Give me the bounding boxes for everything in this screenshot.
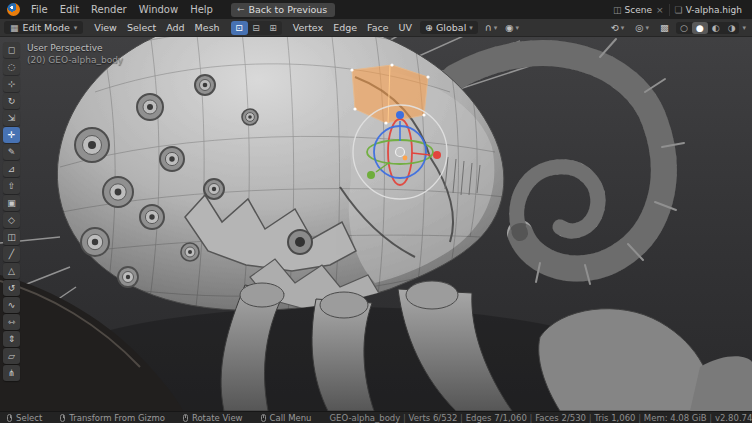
shading-mode-shading-rendered[interactable]: ◑ — [724, 22, 740, 34]
3d-viewport[interactable]: User Perspective (20) GEO-alpha_body — [0, 37, 752, 411]
magnet-icon: ∩ — [485, 22, 492, 33]
tool-rip-region[interactable]: ⋔ — [3, 365, 20, 381]
mode-label: Edit Mode — [23, 22, 70, 33]
scene-stat: Mem: 4.08 GiB — [636, 413, 707, 423]
tool-bevel[interactable]: ◇ — [3, 212, 20, 228]
tool-shrink-fatten[interactable]: ⇕ — [3, 331, 20, 347]
topbar-menu[interactable]: Render — [85, 3, 133, 16]
topbar-menu[interactable]: Help — [184, 3, 219, 16]
view-layer-name: V-alpha.high — [686, 5, 742, 15]
gizmo-z-handle[interactable] — [396, 111, 404, 119]
scene-stat: Edges 7/1,060 — [457, 413, 526, 423]
scene-selector[interactable]: ◫ Scene × — [608, 5, 669, 15]
select-mode-buttons: ⊡ ⊟ ⊞ — [231, 21, 282, 35]
proportional-editing-toggle[interactable]: ◉ ▾ — [501, 21, 523, 34]
tool-move[interactable]: ⊹ — [3, 76, 20, 92]
back-to-previous-button[interactable]: ← Back to Previous — [231, 3, 335, 17]
tool-transform[interactable]: ✛ — [3, 127, 20, 143]
overlays-icon: ◎ — [635, 22, 643, 33]
tool-icon: ▱ — [8, 351, 15, 361]
back-arrow-icon: ← — [237, 4, 245, 14]
keymap-hint-label: Transform From Gizmo — [69, 413, 165, 423]
tool-icon: ╱ — [9, 249, 14, 259]
topbar: File Edit Render Window Help ← Back to P… — [0, 0, 752, 19]
snap-toggle[interactable]: ∩ ▾ — [481, 21, 501, 34]
tool-annotate[interactable]: ✎ — [3, 144, 20, 160]
scene-stat: Faces 2/530 — [527, 413, 586, 423]
tool-icon: ◌ — [8, 62, 16, 72]
shading-mode-shading-material[interactable]: ◐ — [708, 22, 724, 34]
xray-toggle[interactable]: ▩ — [656, 21, 673, 34]
xray-icon: ▩ — [660, 22, 669, 33]
edit-mode-icon: ▦ — [10, 23, 19, 33]
orientation-selector[interactable]: ⊕ Global ▾ — [420, 21, 478, 34]
gizmo-y-handle[interactable] — [367, 171, 375, 179]
statusbar: Select Transform From Gizmo Rotate View … — [0, 411, 752, 423]
tool-measure[interactable]: ⊿ — [3, 161, 20, 177]
tool-spin[interactable]: ↺ — [3, 280, 20, 296]
chevron-down-icon: ▾ — [742, 24, 746, 32]
viewport-menu[interactable]: Select — [122, 21, 161, 34]
mesh-submenu[interactable]: Edge — [328, 21, 362, 34]
tool-loop-cut[interactable]: ◫ — [3, 229, 20, 245]
chevron-down-icon: ▾ — [646, 24, 650, 32]
shading-mode-shading-wireframe[interactable]: ○ — [676, 22, 692, 34]
view-perspective-label: User Perspective — [27, 42, 123, 54]
tool-select-box[interactable]: ◻ — [3, 42, 20, 58]
scene-stat: GEO-alpha_body — [330, 413, 401, 423]
blender-logo-icon[interactable] — [7, 3, 20, 16]
select-mode-face-select-mode[interactable]: ⊞ — [265, 21, 282, 35]
keymap-hint: Select — [7, 413, 42, 423]
select-mode-edge-select-mode[interactable]: ⊟ — [248, 21, 265, 35]
scene-stats: GEO-alpha_body Verts 6/532 Edges 7/1,060… — [330, 413, 752, 423]
tool-shear[interactable]: ▱ — [3, 348, 20, 364]
keymap-hint-label: Call Menu — [270, 413, 312, 423]
tool-icon: ↺ — [8, 283, 16, 293]
orientation-label: Global — [436, 22, 466, 33]
scene-unlink-icon[interactable]: × — [655, 5, 664, 15]
mouse-icon — [261, 414, 266, 422]
tool-knife[interactable]: ╱ — [3, 246, 20, 262]
active-object-label: (20) GEO-alpha_body — [27, 54, 123, 66]
mode-selector[interactable]: ▦ Edit Mode ▾ — [4, 21, 83, 34]
overlays-toggle[interactable]: ◎ ▾ — [631, 21, 653, 34]
keymap-hint-label: Rotate View — [192, 413, 243, 423]
viewport-menu[interactable]: View — [89, 21, 122, 34]
topbar-menu[interactable]: Edit — [54, 3, 85, 16]
tool-inset-faces[interactable]: ▣ — [3, 195, 20, 211]
tool-cursor[interactable]: ◌ — [3, 59, 20, 75]
view-layer-icon: ❏ — [675, 5, 683, 15]
topbar-menu[interactable]: File — [25, 3, 54, 16]
mesh-submenu[interactable]: UV — [394, 21, 417, 34]
tool-icon: ∿ — [8, 300, 16, 310]
tool-edge-slide[interactable]: ⇿ — [3, 314, 20, 330]
chevron-down-icon: ▾ — [469, 24, 473, 32]
chevron-down-icon: ▾ — [621, 24, 625, 32]
gizmos-toggle[interactable]: ⟲ ▾ — [607, 21, 628, 34]
view-layer-selector[interactable]: ❏ V-alpha.high — [670, 5, 747, 15]
viewport-canvas[interactable] — [0, 37, 752, 411]
mesh-submenu[interactable]: Face — [362, 21, 393, 34]
tool-smooth[interactable]: ∿ — [3, 297, 20, 313]
shading-mode-shading-solid[interactable]: ● — [692, 22, 708, 34]
scene-name: Scene — [625, 5, 652, 15]
tool-poly-build[interactable]: △ — [3, 263, 20, 279]
viewport-menu[interactable]: Add — [161, 21, 189, 34]
back-button-label: Back to Previous — [249, 4, 328, 15]
tool-scale[interactable]: ⇲ — [3, 110, 20, 126]
topbar-menus: File Edit Render Window Help — [25, 3, 219, 16]
transform-gizmo[interactable] — [353, 105, 447, 199]
gizmo-center-handle[interactable] — [396, 148, 405, 157]
chevron-down-icon: ▾ — [494, 24, 498, 32]
viewport-menu[interactable]: Mesh — [190, 21, 225, 34]
tool-shelf: ◻ ◌ ⊹ ↻ ⇲ ✛ ✎ ⊿ ⇧ ▣ ◇ ◫ ╱ △ ↺ ∿ ⇿ ⇕ ▱ ⋔ — [3, 42, 20, 381]
keymap-hint: Transform From Gizmo — [60, 413, 165, 423]
tool-extrude-region[interactable]: ⇧ — [3, 178, 20, 194]
topbar-menu[interactable]: Window — [133, 3, 184, 16]
tool-icon: ⇿ — [8, 317, 16, 327]
tool-rotate[interactable]: ↻ — [3, 93, 20, 109]
mesh-submenu[interactable]: Vertex — [288, 21, 329, 34]
gizmo-x-handle[interactable] — [433, 151, 441, 159]
select-mode-vertex-select-mode[interactable]: ⊡ — [231, 21, 248, 35]
tool-icon: ⊹ — [8, 79, 16, 89]
